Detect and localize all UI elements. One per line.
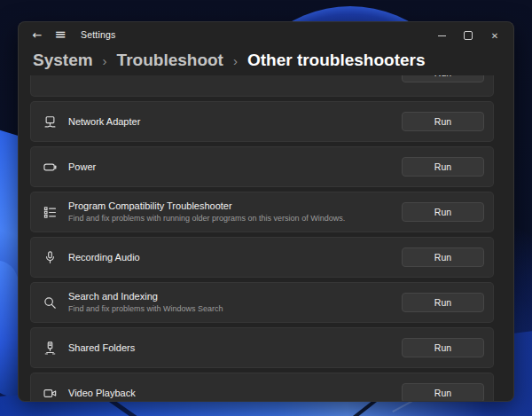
navigation-menu-button[interactable]: ≡ — [51, 25, 70, 44]
close-icon: ✕ — [491, 31, 498, 41]
run-button[interactable]: Run — [402, 383, 484, 402]
breadcrumb-system[interactable]: System — [33, 51, 93, 70]
window-controls: ✕ — [428, 27, 508, 44]
run-button[interactable]: Run — [402, 338, 484, 357]
row-texts: Power — [68, 161, 391, 173]
back-arrow-icon: ← — [33, 28, 43, 42]
run-button[interactable]: Run — [402, 75, 484, 82]
row-texts: Network Adapter — [68, 116, 391, 128]
run-button[interactable]: Run — [402, 202, 484, 222]
troubleshooter-row: Program Compatibility Troubleshooter Fin… — [30, 192, 494, 232]
troubleshooter-row: Video Playback Run — [30, 373, 494, 402]
troubleshooter-row-partial: Run — [30, 75, 494, 97]
troubleshooter-name: Recording Audio — [68, 252, 391, 263]
shared-folder-icon — [42, 340, 58, 356]
troubleshooter-name: Shared Folders — [68, 342, 391, 354]
chevron-right-icon: › — [233, 52, 238, 68]
minimize-button[interactable] — [428, 27, 455, 44]
troubleshooter-row: Network Adapter Run — [30, 101, 494, 142]
run-button[interactable]: Run — [402, 247, 484, 267]
chevron-right-icon: › — [103, 52, 107, 68]
row-texts: Recording Audio — [68, 252, 391, 263]
troubleshooter-name: Power — [68, 161, 391, 173]
row-texts: Video Playback — [68, 388, 391, 399]
troubleshooter-name: Video Playback — [68, 388, 391, 399]
hamburger-menu-icon: ≡ — [54, 26, 66, 43]
troubleshooter-row: Recording Audio Run — [30, 237, 494, 278]
minimize-icon — [438, 35, 446, 36]
row-texts: Program Compatibility Troubleshooter Fin… — [68, 200, 391, 224]
troubleshooter-row: Power Run — [30, 146, 494, 187]
troubleshooter-name: Program Compatibility Troubleshooter — [68, 200, 391, 212]
run-button[interactable]: Run — [402, 112, 484, 131]
row-texts: Shared Folders — [68, 342, 391, 354]
search-icon — [42, 294, 58, 310]
back-button[interactable]: ← — [27, 26, 47, 45]
troubleshooter-row: Search and Indexing Find and fix problem… — [30, 282, 494, 323]
network-adapter-icon — [42, 114, 58, 130]
troubleshooter-list: Run Network Adapter Run Power Run Progra… — [30, 75, 494, 402]
microphone-icon — [42, 249, 58, 265]
breadcrumb-current-page: Other troubleshooters — [247, 51, 426, 70]
troubleshooter-description: Find and fix problems with running older… — [68, 214, 391, 224]
titlebar: ← ≡ Settings ✕ — [19, 22, 513, 49]
settings-window: ← ≡ Settings ✕ System › Troubleshoot › O… — [18, 21, 514, 402]
troubleshooter-description: Find and fix problems with Windows Searc… — [68, 304, 391, 314]
maximize-button[interactable] — [455, 27, 481, 44]
maximize-icon — [464, 31, 473, 40]
breadcrumb-troubleshoot[interactable]: Troubleshoot — [117, 51, 223, 70]
close-button[interactable]: ✕ — [481, 27, 508, 44]
video-camera-icon — [42, 385, 58, 401]
troubleshooter-row: Shared Folders Run — [30, 327, 494, 368]
run-button[interactable]: Run — [402, 293, 484, 312]
troubleshooter-name: Search and Indexing — [68, 291, 391, 302]
program-list-icon — [42, 204, 58, 220]
battery-icon — [42, 159, 58, 175]
app-title: Settings — [81, 29, 116, 40]
troubleshooter-name: Network Adapter — [68, 116, 391, 128]
row-texts: Search and Indexing Find and fix problem… — [68, 291, 391, 314]
breadcrumb: System › Troubleshoot › Other troublesho… — [33, 51, 426, 70]
run-button[interactable]: Run — [402, 157, 484, 177]
